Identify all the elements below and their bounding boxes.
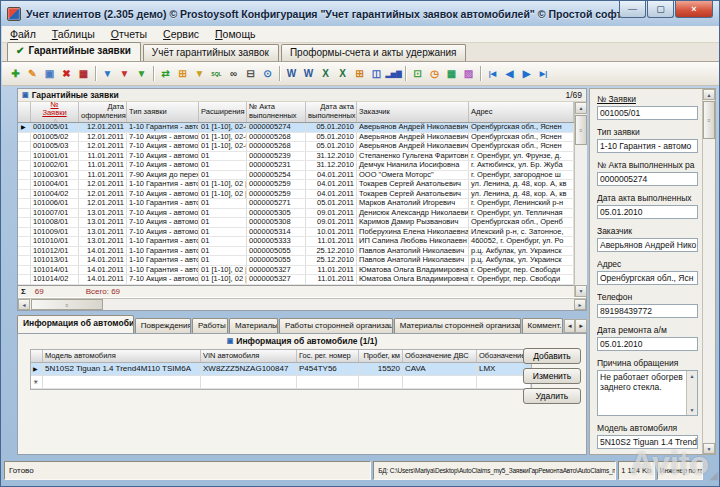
tab-scroll-right-icon[interactable]: ► [575,319,587,333]
field-value[interactable]: 001005/01 [597,106,698,120]
add-button[interactable]: Добавить [523,348,581,364]
table-row[interactable]: 101001/0111.01.20117-10 Акция - автомо01… [18,152,574,162]
panel-vertical-scrollbar[interactable]: ▲ ≡ ▼ [702,89,715,454]
scrollbar-thumb[interactable]: ≡ [31,299,103,310]
sql-query-icon[interactable]: SQL [208,65,225,82]
scroll-left-icon[interactable]: ◄ [18,299,30,310]
scrollbar-thumb[interactable]: ≡ [703,101,715,139]
scroll-up-icon[interactable]: ▲ [575,102,587,114]
view-tab[interactable]: ✔Гарантийные заявки [7,42,141,61]
menu-item-помощь[interactable]: Помощь [207,27,264,41]
resize-grip[interactable]: ◢ [705,461,718,480]
new-window-icon[interactable]: ⊡ [409,65,426,82]
scroll-down-icon[interactable]: ▼ [703,443,715,454]
grid-vertical-scrollbar[interactable]: ▲ ≡ ▼ [574,102,587,297]
scroll-down-icon[interactable]: ▼ [575,285,587,297]
copy-record-icon[interactable]: ▣ [41,65,58,82]
print-preview-icon[interactable]: ⊙ [259,65,276,82]
word-export-icon[interactable]: W [300,65,317,82]
menu-item-файл[interactable]: Файл [2,27,44,41]
column-header[interactable]: Обозначение ДВС [403,350,477,362]
field-value[interactable]: 05.01.2010 [597,205,698,219]
table-row[interactable]: 101007/0113.01.20117-10 Акция - автомо01… [18,209,574,219]
table-row[interactable]: 101013/0114.01.20111-10 Гарантия - авто0… [18,256,574,266]
scroll-up-icon[interactable]: ▲ [703,89,715,100]
scrollbar-thumb[interactable]: ≡ [575,115,587,145]
detail-tab[interactable]: Повреждения [135,318,191,333]
column-header[interactable]: VIN автомобиля [201,350,297,362]
column-header[interactable]: Дата оформления [79,102,127,122]
detail-tab[interactable]: Материалы [229,318,278,333]
table-row[interactable]: 101004/0112.01.20111-10 Гарантия - авто0… [18,180,574,190]
detail-tab[interactable]: Коммент. [522,318,563,333]
export-table-icon[interactable]: ◫ [368,65,385,82]
menu-item-сервис[interactable]: Сервис [155,27,207,41]
table-row[interactable]: 001005/0312.01.20117-10 Акция - автомо01… [18,142,574,152]
column-header[interactable]: № Заявки△ [31,102,79,122]
table-row[interactable]: ▶001005/0112.01.20111-10 Гарантия - авто… [18,123,574,133]
filter-selected-icon[interactable]: ▼ [116,65,133,82]
scroll-up-icon[interactable]: ▲ [690,371,695,381]
table-row[interactable]: 101006/0112.01.20111-10 Гарантия - авто0… [18,199,574,209]
find-icon[interactable]: ∞ [225,65,242,82]
grid-settings-icon[interactable]: ▦ [443,65,460,82]
tab-scroll-left-icon[interactable]: ◄ [564,319,576,333]
table-row[interactable]: 101002/0111.01.20117-10 Акция - автомо01… [18,161,574,171]
chart-icon[interactable]: ▂▅▇ [385,65,402,82]
export-doc-icon[interactable]: ⊞ [351,65,368,82]
minimize-button[interactable]: — [619,1,646,18]
delete-record-icon[interactable]: ✖ [58,65,75,82]
clear-table-icon[interactable]: ▦ [75,65,92,82]
detail-tab[interactable]: Информация об автомобиле [17,315,134,333]
scroll-down-icon[interactable]: ▼ [690,405,695,415]
word-open-icon[interactable]: W [283,65,300,82]
view-tab[interactable]: Проформы-счета и акты удержания [281,44,467,61]
close-button[interactable]: × [675,1,713,18]
excel-export-icon[interactable]: X [334,65,351,82]
field-value[interactable]: 0000005274 [597,172,698,186]
scheduler-icon[interactable]: ◷ [426,65,443,82]
group-tree-icon[interactable]: ⊞ [174,65,191,82]
column-header[interactable]: Тип заявки [127,102,199,122]
filter-apply-icon[interactable]: ▼ [99,65,116,82]
column-header[interactable]: Расширения [199,102,247,122]
first-record-icon[interactable]: |◀ [484,65,501,82]
column-header[interactable]: Пробег, км [359,350,403,362]
table-row[interactable]: 101012/0114.01.20111-10 Гарантия - авто0… [18,247,574,257]
last-record-icon[interactable]: ▶| [535,65,552,82]
edit-button[interactable]: Изменить [523,368,581,384]
grid-horizontal-scrollbar[interactable]: ◄ ≡ ► [18,298,586,310]
table-row[interactable]: 101009/0113.01.20117-10 Акция - автомо01… [18,228,574,238]
detail-tab[interactable]: Материалы сторонней организации [394,318,521,333]
table-row[interactable]: 101010/0113.01.20111-10 Гарантия - авто0… [18,237,574,247]
table-row[interactable]: 101014/0114.01.20111-10 Гарантия - авто0… [18,266,574,276]
view-tab[interactable]: Учёт гарантийных заявок [143,44,279,61]
filter-builder-icon[interactable]: ▼ [191,65,208,82]
table-row[interactable]: 101003/0111.01.20117-90 Акция до перех01… [18,171,574,181]
next-record-icon[interactable]: ▶ [518,65,535,82]
table-row[interactable]: 101014/0214.01.20117-10 Акция - автомо01… [18,275,574,285]
column-header[interactable]: Гос. рег. номер [297,350,359,362]
field-value-multiline[interactable]: Не работает обогрев заднего стекла.▲▼ [597,370,698,416]
title-bar[interactable]: Учет клиентов (2.305 демо) © Prostoysoft… [1,1,719,26]
refresh-icon[interactable]: ⇄ [157,65,174,82]
field-value[interactable]: 05.01.2010 [597,337,698,351]
field-value[interactable]: Оренбургская обл., Ясн [597,271,698,285]
design-icon[interactable]: ▨ [460,65,477,82]
table-row[interactable]: ▶5N10S2 Tiguan 1.4 Trend4M110 TSIM6AXW8Z… [31,363,531,376]
field-value[interactable]: 5N10S2 Tiguan 1.4 Trend [597,435,698,449]
delete-button[interactable]: Удалить [523,388,581,404]
column-header[interactable]: Адрес [469,102,574,122]
maximize-button[interactable]: ▢ [647,1,674,18]
table-row[interactable]: 101004/0212.01.20117-10 Акция - автомо01… [18,190,574,200]
detail-tab[interactable]: Работы сторонней организации [279,318,393,333]
column-header[interactable]: Дата акта выполненных [306,102,357,122]
menu-item-таблицы[interactable]: Таблицы [44,27,103,41]
new-row[interactable]: ✳ [31,376,531,389]
filter-clear-icon[interactable]: ▼ [133,65,150,82]
menu-item-отчеты[interactable]: Отчеты [103,27,155,41]
table-row[interactable]: 001005/0212.01.20117-10 Акция - автомо01… [18,133,574,143]
edit-record-icon[interactable]: ✎ [24,65,41,82]
column-header[interactable]: Заказчик [357,102,469,122]
print-icon[interactable]: ⊟ [242,65,259,82]
